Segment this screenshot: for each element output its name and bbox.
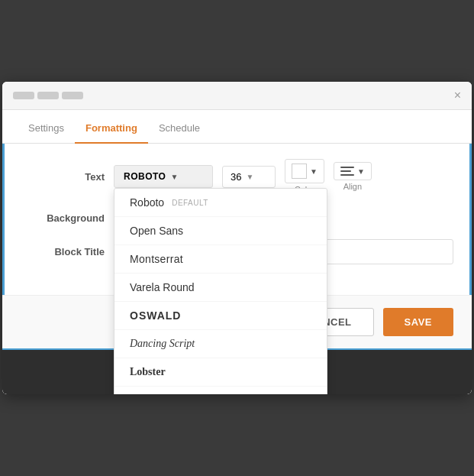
font-name-roboto: Roboto (130, 196, 164, 209)
left-accent (2, 144, 5, 295)
font-name-varela: Varela Round (130, 281, 195, 293)
close-button[interactable]: × (454, 89, 461, 102)
font-dropdown-label: ROBOTO (124, 171, 166, 182)
font-option-varela[interactable]: Varela Round (114, 274, 327, 302)
right-accent (469, 144, 472, 295)
title-dot-2 (37, 92, 59, 99)
tab-formatting[interactable]: Formatting (75, 110, 148, 143)
formatting-dialog: × Settings Formatting Schedule Text ROBO… (2, 82, 472, 394)
align-wrap: ▼ Align (334, 162, 372, 191)
block-title-label: Block Title (21, 246, 105, 257)
font-option-lobster[interactable]: Lobster (114, 358, 327, 387)
dropdown-arrow-icon: ▼ (170, 173, 178, 181)
font-option-roboto[interactable]: Roboto DEFAULT (114, 189, 327, 217)
font-option-oswald[interactable]: Oswald (114, 302, 327, 330)
background-label: Background (21, 212, 105, 224)
text-row: Text ROBOTO ▼ Roboto DEFAULT Open Sans (21, 159, 453, 194)
align-icon (340, 167, 354, 176)
title-bar: × (2, 82, 472, 110)
title-dot-3 (62, 92, 83, 99)
align-btn-arrow: ▼ (357, 167, 365, 176)
tab-schedule[interactable]: Schedule (148, 110, 211, 143)
title-dot-1 (13, 92, 34, 99)
font-name-oswald: Oswald (130, 309, 181, 322)
font-option-opensans[interactable]: Open Sans (114, 217, 327, 245)
align-line-1 (340, 167, 354, 168)
font-badge-roboto: DEFAULT (172, 199, 208, 207)
font-name-dancing: Dancing Script (130, 338, 195, 350)
font-name-montserrat: Montserrat (130, 253, 183, 265)
font-size-selector[interactable]: 36 ▼ (222, 166, 276, 188)
align-label: Align (343, 182, 362, 191)
font-selector-wrap: ROBOTO ▼ Roboto DEFAULT Open Sans Montse… (114, 165, 213, 188)
font-size-value: 36 (231, 171, 241, 183)
font-dropdown-button[interactable]: ROBOTO ▼ (114, 165, 213, 188)
font-dropdown: Roboto DEFAULT Open Sans Montserrat Vare… (114, 188, 327, 394)
align-line-2 (340, 170, 351, 172)
align-line-3 (340, 174, 354, 176)
font-option-dancing[interactable]: Dancing Script (114, 330, 327, 358)
font-option-pacifico[interactable]: Pacifico (114, 387, 327, 394)
font-option-montserrat[interactable]: Montserrat (114, 245, 327, 274)
color-swatch (292, 164, 307, 179)
font-name-opensans: Open Sans (130, 225, 183, 237)
dialog-body: Text ROBOTO ▼ Roboto DEFAULT Open Sans (2, 144, 472, 295)
save-button[interactable]: SAVE (383, 308, 453, 336)
color-btn-arrow: ▼ (310, 167, 318, 176)
text-label: Text (21, 171, 105, 183)
title-placeholder (13, 92, 83, 99)
tab-bar: Settings Formatting Schedule (2, 110, 472, 144)
size-arrow-icon: ▼ (246, 173, 253, 181)
align-button[interactable]: ▼ (334, 162, 372, 180)
tab-settings[interactable]: Settings (18, 110, 75, 143)
color-button[interactable]: ▼ (285, 159, 324, 183)
font-name-lobster: Lobster (130, 366, 166, 378)
